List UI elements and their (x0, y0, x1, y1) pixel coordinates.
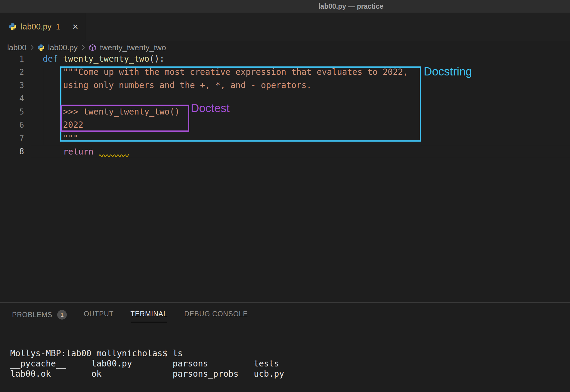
line-number: 5 (0, 105, 24, 118)
tab-filename: lab00.py (21, 22, 51, 32)
code-line-5[interactable]: 5 >>> twenty_twenty_two() (0, 105, 570, 118)
code-line-8[interactable]: 8 return (0, 145, 570, 158)
panel-tab-label: TERMINAL (131, 310, 168, 318)
terminal[interactable]: Mollys-MBP:lab00 mollynicholas$ ls__pyca… (10, 328, 284, 392)
titlebar: lab00.py — practice (0, 0, 570, 13)
breadcrumb-file[interactable]: lab00.py (48, 43, 78, 52)
problems-count-badge: 1 (57, 310, 67, 320)
warning-squiggle-icon (99, 154, 129, 157)
terminal-line: Mollys-MBP:lab00 mollynicholas$ ls (10, 348, 284, 359)
code-text: """Come up with the most creative expres… (31, 66, 570, 79)
panel-tab-label: PROBLEMS (12, 311, 52, 319)
code-text: 2022 (31, 118, 570, 132)
panel-tab-debug-console[interactable]: DEBUG CONSOLE (184, 310, 248, 322)
panel-tab-label: DEBUG CONSOLE (184, 310, 248, 318)
close-icon[interactable]: ✕ (72, 23, 79, 31)
code-line-7[interactable]: 7 """ (0, 132, 570, 145)
code-text: using only numbers and the +, *, and - o… (31, 79, 570, 92)
line-number: 2 (0, 66, 24, 79)
tab-strip: lab00.py 1 ✕ (0, 13, 570, 41)
window-title: lab00.py — practice (318, 2, 383, 11)
code-line-6[interactable]: 6 2022 (0, 118, 570, 132)
vscode-window: lab00.py — practice lab00.py 1 ✕ lab00 (0, 0, 570, 392)
python-icon (8, 23, 17, 31)
line-number: 1 (0, 52, 24, 66)
code-text: >>> twenty_twenty_two() (31, 105, 570, 118)
bottom-panel: PROBLEMS1OUTPUTTERMINALDEBUG CONSOLE Mol… (0, 302, 570, 392)
editor[interactable]: 1def twenty_twenty_two():2 """Come up wi… (0, 52, 570, 302)
terminal-line: __pycache__ lab00.py parsons tests (10, 359, 284, 369)
code-lines: 1def twenty_twenty_two():2 """Come up wi… (0, 52, 570, 158)
panel-tabs: PROBLEMS1OUTPUTTERMINALDEBUG CONSOLE (0, 303, 570, 324)
editor-tab-lab00[interactable]: lab00.py 1 ✕ (0, 13, 86, 41)
python-icon (37, 44, 45, 51)
code-line-1[interactable]: 1def twenty_twenty_two(): (0, 52, 570, 66)
line-number: 3 (0, 79, 24, 92)
tab-warning-count: 1 (56, 23, 60, 31)
line-number: 6 (0, 118, 24, 132)
chevron-right-icon (30, 44, 34, 51)
code-text: def twenty_twenty_two(): (31, 52, 570, 66)
panel-tab-output[interactable]: OUTPUT (84, 310, 113, 322)
panel-tab-problems[interactable]: PROBLEMS1 (12, 310, 67, 324)
code-line-3[interactable]: 3 using only numbers and the +, *, and -… (0, 79, 570, 92)
chevron-right-icon (81, 44, 85, 51)
indent-guide (43, 66, 43, 145)
breadcrumb-folder[interactable]: lab00 (7, 43, 26, 52)
code-line-2[interactable]: 2 """Come up with the most creative expr… (0, 66, 570, 79)
code-text: """ (31, 132, 570, 145)
terminal-line: lab00.ok ok parsons_probs ucb.py (10, 369, 284, 379)
panel-tab-label: OUTPUT (84, 310, 113, 318)
symbol-method-icon (88, 44, 97, 52)
breadcrumb-symbol[interactable]: twenty_twenty_two (100, 43, 166, 52)
code-line-4[interactable]: 4 (0, 92, 570, 105)
line-number: 7 (0, 132, 24, 145)
line-number: 8 (0, 145, 24, 158)
code-text: return (31, 145, 570, 158)
code-text (31, 92, 570, 105)
terminal-output: Mollys-MBP:lab00 mollynicholas$ ls__pyca… (10, 348, 284, 379)
panel-tab-terminal[interactable]: TERMINAL (131, 310, 168, 322)
line-number: 4 (0, 92, 24, 105)
